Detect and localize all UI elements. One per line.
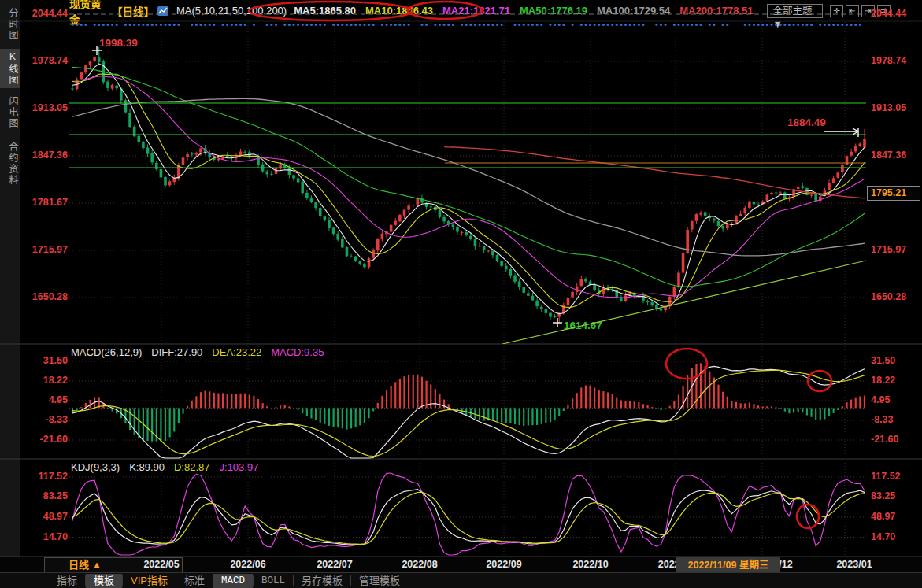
tab-指标[interactable]: 指标 xyxy=(49,574,85,588)
sidebar-item-1[interactable]: K线图 xyxy=(0,49,20,88)
price-tick-left: 2044.44 xyxy=(32,8,68,19)
kdj-j-value: J:103.97 xyxy=(220,461,259,473)
macd-macd-value: MACD:9.35 xyxy=(271,346,324,358)
price-tick-left: 1978.74 xyxy=(32,55,68,66)
kdj-tick-right: 48.97 xyxy=(871,511,895,522)
kdj-tick-left: 14.70 xyxy=(43,531,68,542)
kdj-tick-left: 48.97 xyxy=(43,511,68,522)
date-label-8: 2023/01 xyxy=(836,559,872,570)
ma-legend-2: MA21:1821.71 xyxy=(442,5,510,17)
tab-BOLL[interactable]: BOLL xyxy=(254,574,293,588)
date-label-0: 2022/05 xyxy=(143,559,179,570)
macd-tick-left: -21.60 xyxy=(40,434,68,445)
time-axis-row: 日线 ▲ 2022/052022/062022/072022/082022/09… xyxy=(0,557,922,572)
price-tick-right: 1913.05 xyxy=(871,102,906,113)
tab-标准[interactable]: 标准 xyxy=(176,574,213,588)
high-price-annotation: 1998.39 xyxy=(99,37,138,49)
kdj-pane-header: KDJ(9,3,3) K:89.90 D:82.87 J:103.97 xyxy=(71,461,258,473)
bottom-tab-bar: 指标模板VIP指标标准MACDBOLL另存模板管理模板 xyxy=(0,572,922,588)
left-sidebar: 分时图K线图闪电图合约资料 xyxy=(0,0,20,557)
macd-diff-value: DIFF:27.90 xyxy=(151,346,202,358)
compress-x-icon[interactable]: ⇤ xyxy=(846,5,859,17)
macd-dea-value: DEA:23.22 xyxy=(212,346,261,358)
ma-legend: MA5:1865.80MA10:1846.43MA21:1821.71MA50:… xyxy=(294,5,753,17)
price-tick-left: 1650.28 xyxy=(32,291,68,302)
macd-tick-left: 4.95 xyxy=(49,394,68,405)
kdj-tick-right: 117.52 xyxy=(871,471,901,482)
macd-tick-left: 31.50 xyxy=(43,355,68,366)
recent-high-annotation: 1884.49 xyxy=(787,116,826,128)
ma-group-label: MA(5,10,21,50,100,200) xyxy=(176,5,287,17)
kdj-k-value: K:89.90 xyxy=(129,461,165,473)
price-axis-right: 2044.441978.741913.051847.361715.971650.… xyxy=(869,0,921,557)
chart-icon xyxy=(157,6,169,17)
date-label-1: 2022/06 xyxy=(230,559,265,570)
ma-legend-3: MA50:1776.19 xyxy=(520,5,587,17)
kdj-tick-left: 117.52 xyxy=(38,471,68,482)
macd-tick-right: -8.33 xyxy=(871,414,894,425)
sidebar-item-2[interactable]: 闪电图 xyxy=(0,96,20,129)
date-label-2: 2022/07 xyxy=(317,559,352,570)
theme-dropdown[interactable]: 全部主题▼ xyxy=(767,4,823,18)
price-tick-right: 1847.36 xyxy=(871,150,906,161)
ma-legend-5: MA200:1778.51 xyxy=(679,5,753,17)
ma-legend-1: MA10:1846.43 xyxy=(365,5,433,17)
macd-tick-right: 18.22 xyxy=(871,375,895,386)
ma-legend-0: MA5:1865.80 xyxy=(294,5,356,17)
price-axis-left: 2044.441978.741913.051847.361781.671715.… xyxy=(22,0,68,557)
price-tick-left: 1781.67 xyxy=(32,197,68,208)
tab-模板[interactable]: 模板 xyxy=(86,574,122,588)
chart-header: 现货黄金 【日线】 MA(5,10,21,50,100,200) MA5:186… xyxy=(69,0,922,21)
macd-tick-right: 31.50 xyxy=(871,355,895,366)
move-icon[interactable]: ✛ xyxy=(830,5,843,17)
period-tag: 【日线】 xyxy=(112,3,150,19)
kdj-tick-right: 83.25 xyxy=(871,490,895,501)
date-label-4: 2022/09 xyxy=(486,559,521,570)
tab-VIP指标[interactable]: VIP指标 xyxy=(123,574,176,588)
trading-app-window: 分时图K线图闪电图合约资料 现货黄金 【日线】 MA(5,10,21,50,10… xyxy=(0,0,922,588)
tab-MACD[interactable]: MACD xyxy=(213,574,253,588)
price-tick-left: 1913.05 xyxy=(32,102,68,113)
macd-pane-header: MACD(26,12,9) DIFF:27.90 DEA:23.22 MACD:… xyxy=(71,346,324,358)
price-tick-right: 1978.74 xyxy=(871,55,906,66)
price-tick-right: 2044.44 xyxy=(871,8,906,19)
tab-另存模板[interactable]: 另存模板 xyxy=(294,574,350,588)
crosshair-price-label: 1795.21 xyxy=(867,186,920,201)
kdj-d-value: D:82.87 xyxy=(174,461,210,473)
ma-legend-4: MA100:1729.54 xyxy=(597,5,670,17)
sidebar-item-0[interactable]: 分时图 xyxy=(0,8,20,41)
tab-管理模板[interactable]: 管理模板 xyxy=(351,574,408,588)
kdj-title: KDJ(9,3,3) xyxy=(71,461,120,473)
date-label-3: 2022/08 xyxy=(402,559,437,570)
macd-tick-left: -8.33 xyxy=(46,414,69,425)
price-tick-right: 1715.97 xyxy=(871,244,906,255)
crosshair-date-label: 2022/11/09 星期三 xyxy=(676,557,780,573)
chart-canvas xyxy=(0,0,922,588)
macd-tick-left: 18.22 xyxy=(43,375,68,386)
symbol-name: 现货黄金 xyxy=(69,0,108,27)
macd-tick-right: 4.95 xyxy=(871,394,890,405)
price-tick-left: 1715.97 xyxy=(32,244,68,255)
date-label-5: 2022/10 xyxy=(572,559,608,570)
kdj-tick-left: 83.25 xyxy=(43,490,68,501)
price-tick-right: 1650.28 xyxy=(871,291,906,302)
price-tick-left: 1847.36 xyxy=(32,150,68,161)
kdj-tick-right: 14.70 xyxy=(871,531,895,542)
low-price-annotation: 1614.67 xyxy=(564,320,602,331)
macd-title: MACD(26,12,9) xyxy=(71,346,142,358)
macd-tick-right: -21.60 xyxy=(871,434,898,445)
sidebar-item-3[interactable]: 合约资料 xyxy=(0,142,20,186)
